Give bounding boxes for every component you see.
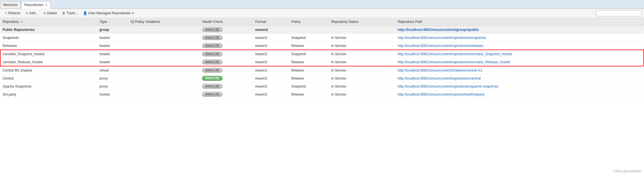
cell-status: In Service bbox=[329, 90, 395, 98]
cell-type: hosted bbox=[97, 50, 128, 58]
cell-path[interactable]: http://localhost:8081/nexus/content/repo… bbox=[395, 42, 644, 50]
refresh-button[interactable]: ↻ Refresh bbox=[2, 10, 23, 16]
repo-path-link[interactable]: http://localhost:8081/nexus/content/repo… bbox=[398, 36, 486, 40]
user-managed-icon: 👤 bbox=[83, 11, 87, 15]
cell-status: In Service bbox=[329, 74, 395, 82]
analyze-button[interactable]: ANALYZE bbox=[202, 52, 223, 56]
cell-type: proxy bbox=[97, 74, 128, 82]
dropdown-arrow-icon: ▼ bbox=[132, 12, 134, 15]
table-header: Repository ▼ Type IQ Policy Violations H… bbox=[0, 18, 644, 26]
cell-health-check[interactable]: ANALYZE bbox=[200, 74, 253, 82]
search-input[interactable] bbox=[596, 10, 642, 16]
cell-path[interactable]: http://localhost:8081/nexus/content/repo… bbox=[395, 82, 644, 90]
cell-policy: Release bbox=[289, 74, 329, 82]
cell-health-check[interactable]: ANALYZE bbox=[200, 66, 253, 74]
analyze-button[interactable]: ANALYZE bbox=[202, 60, 223, 64]
table-row[interactable]: Central M1 shadowvirtualANALYZEmaven1Rel… bbox=[0, 66, 644, 74]
table-row[interactable]: 3rd partyhostedANALYZEmaven2ReleaseIn Se… bbox=[0, 90, 644, 98]
cell-status: In Service bbox=[329, 82, 395, 90]
toolbar: ↻ Refresh ⊕ Add... ⊖ Delete 🗑 Trash... 👤… bbox=[0, 9, 644, 18]
col-health-check: Health Check bbox=[200, 18, 253, 26]
cell-iq-policy bbox=[128, 66, 200, 74]
refresh-label: Refresh bbox=[8, 11, 20, 15]
user-managed-button[interactable]: 👤 User Managed Repositories ▼ bbox=[81, 10, 136, 16]
cell-status: In Service bbox=[329, 58, 395, 66]
tab-repositories[interactable]: Repositories ✕ bbox=[21, 1, 51, 9]
table-row[interactable]: Apache SnapshotsproxyANALYZEmaven2Snapsh… bbox=[0, 82, 644, 90]
table-container: Repository ▼ Type IQ Policy Violations H… bbox=[0, 18, 644, 98]
cell-health-check[interactable]: ANALYZE bbox=[200, 82, 253, 90]
analyze-button[interactable]: ANALYZE bbox=[202, 35, 223, 40]
cell-repository: 3rd party bbox=[0, 90, 97, 98]
repositories-table: Repository ▼ Type IQ Policy Violations H… bbox=[0, 18, 644, 98]
cell-health-check[interactable]: ANALYZE bbox=[200, 90, 253, 98]
cell-iq-policy bbox=[128, 90, 200, 98]
repo-path-link[interactable]: http://localhost:8081/nexus/content/repo… bbox=[398, 84, 498, 88]
cell-health-check[interactable]: ANALYZE bbox=[200, 58, 253, 66]
cell-policy: Release bbox=[289, 58, 329, 66]
trash-button[interactable]: 🗑 Trash... bbox=[60, 10, 80, 16]
analyze-button[interactable]: ANALYZE bbox=[202, 43, 223, 48]
cell-repository: Apache Snapshots bbox=[0, 82, 97, 90]
table-row[interactable]: CentralproxyANALYZEmaven2ReleaseIn Servi… bbox=[0, 74, 644, 82]
cell-format: maven2 bbox=[253, 42, 289, 50]
cell-format: maven2 bbox=[253, 26, 289, 34]
cell-format: maven2 bbox=[253, 90, 289, 98]
cell-path[interactable]: http://localhost:8081/nexus/content/repo… bbox=[395, 50, 644, 58]
cell-format: maven2 bbox=[253, 50, 289, 58]
repo-path-link[interactable]: http://localhost:8081/nexus/content/grou… bbox=[398, 28, 479, 32]
repo-path-link[interactable]: http://localhost:8081/nexus/content/repo… bbox=[398, 44, 484, 48]
cell-health-check[interactable]: ANALYZE bbox=[200, 42, 253, 50]
analyze-button[interactable]: ANALYZE bbox=[202, 76, 223, 81]
col-repository[interactable]: Repository ▼ bbox=[0, 18, 97, 26]
table-row[interactable]: osrookie_Snapshot_hostedhostedANALYZEmav… bbox=[0, 50, 644, 58]
trash-label: Trash... bbox=[66, 11, 78, 15]
delete-button[interactable]: ⊖ Delete bbox=[41, 10, 59, 16]
analyze-button[interactable]: ANALYZE bbox=[202, 92, 223, 97]
cell-type: hosted bbox=[97, 42, 128, 50]
col-iq-policy: IQ Policy Violations bbox=[128, 18, 200, 26]
cell-repository: Snapshots bbox=[0, 34, 97, 42]
cell-path[interactable]: http://localhost:8081/nexus/content/repo… bbox=[395, 34, 644, 42]
col-format: Format bbox=[253, 18, 289, 26]
cell-policy bbox=[289, 26, 329, 34]
tab-repositories-close[interactable]: ✕ bbox=[45, 3, 47, 7]
analyze-button[interactable]: ANALYZE bbox=[202, 27, 223, 32]
cell-type: group bbox=[97, 26, 128, 34]
add-button[interactable]: ⊕ Add... bbox=[23, 10, 40, 16]
cell-repository: Public Repositories bbox=[0, 26, 97, 34]
cell-repository: osrookie_Snapshot_hosted bbox=[0, 50, 97, 58]
sort-arrow-icon: ▼ bbox=[21, 21, 23, 23]
table-row[interactable]: Public RepositoriesgroupANALYZEmaven2htt… bbox=[0, 26, 644, 34]
cell-status bbox=[329, 26, 395, 34]
cell-type: hosted bbox=[97, 58, 128, 66]
table-row[interactable]: SnapshotshostedANALYZEmaven2SnapshotIn S… bbox=[0, 34, 644, 42]
analyze-button[interactable]: ANALYZE bbox=[202, 84, 223, 89]
table-row[interactable]: osrookie_Release_hostedhostedANALYZEmave… bbox=[0, 58, 644, 66]
tab-welcome[interactable]: Welcome bbox=[0, 1, 21, 8]
cell-health-check[interactable]: ANALYZE bbox=[200, 50, 253, 58]
repo-path-link[interactable]: http://localhost:8081/nexus/content/repo… bbox=[398, 60, 510, 64]
add-icon: ⊕ bbox=[25, 11, 28, 15]
cell-iq-policy bbox=[128, 34, 200, 42]
delete-icon: ⊖ bbox=[43, 11, 46, 15]
table-row[interactable]: ReleaseshostedANALYZEmaven2ReleaseIn Ser… bbox=[0, 42, 644, 50]
cell-path[interactable]: http://localhost:8081/nexus/content/grou… bbox=[395, 26, 644, 34]
cell-path[interactable]: http://localhost:8081/nexus/content/repo… bbox=[395, 90, 644, 98]
cell-policy: Snapshot bbox=[289, 34, 329, 42]
cell-health-check[interactable]: ANALYZE bbox=[200, 34, 253, 42]
repo-path-link[interactable]: http://localhost:8081/nexus/content/shad… bbox=[398, 68, 482, 72]
cell-path[interactable]: http://localhost:8081/nexus/content/repo… bbox=[395, 74, 644, 82]
cell-policy: Release bbox=[289, 66, 329, 74]
cell-type: proxy bbox=[97, 82, 128, 90]
analyze-button[interactable]: ANALYZE bbox=[202, 68, 223, 73]
repo-path-link[interactable]: http://localhost:8081/nexus/content/repo… bbox=[398, 52, 512, 56]
tab-welcome-label: Welcome bbox=[3, 3, 17, 7]
repo-path-link[interactable]: http://localhost:8081/nexus/content/repo… bbox=[398, 92, 485, 96]
col-type: Type bbox=[97, 18, 128, 26]
cell-path[interactable]: http://localhost:8081/nexus/content/shad… bbox=[395, 66, 644, 74]
repo-path-link[interactable]: http://localhost:8081/nexus/content/repo… bbox=[398, 76, 481, 80]
tab-bar: Welcome Repositories ✕ bbox=[0, 0, 644, 9]
cell-health-check[interactable]: ANALYZE bbox=[200, 26, 253, 34]
cell-path[interactable]: http://localhost:8081/nexus/content/repo… bbox=[395, 58, 644, 66]
